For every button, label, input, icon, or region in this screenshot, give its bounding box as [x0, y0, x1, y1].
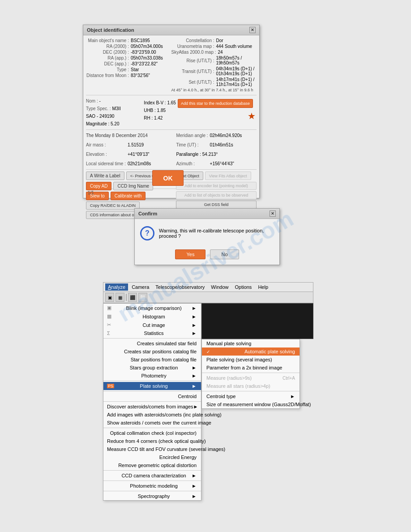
- menu-encircled-energy[interactable]: Encircled Energy: [103, 453, 201, 461]
- menu-item-window[interactable]: Window: [208, 283, 231, 291]
- ccd-img-name-btn[interactable]: CCD Img Name: [113, 182, 153, 190]
- menu-stars-group[interactable]: Stars group extraction ►: [103, 364, 201, 372]
- menu-show-asteroids[interactable]: Show asteroids / comets over the current…: [103, 419, 201, 427]
- histogram-icon: ▦: [107, 313, 114, 319]
- obj-right-col: Constellation : Dor Uranometria map : 44…: [171, 38, 257, 93]
- no-button[interactable]: No: [210, 249, 239, 259]
- menu-simulated-star[interactable]: Creates simulated star field: [103, 339, 201, 348]
- menu-plate-solving[interactable]: PS Plate solving ►: [103, 382, 201, 390]
- sub-manual-plate[interactable]: Manual plate solving: [202, 339, 300, 348]
- sub-measure-all[interactable]: Measure all stars (radius>4p): [202, 382, 300, 390]
- distance-value: 83°32'56": [131, 73, 150, 78]
- calibrate-btn[interactable]: Calibrate with: [111, 192, 146, 200]
- copy-radec-btn[interactable]: Copy RA/DEC to ALADIN: [86, 202, 140, 210]
- add-star-btn[interactable]: Add this star to the reduction database: [178, 99, 253, 108]
- histogram-label: Histogram: [142, 314, 165, 319]
- stars-group-label: Stars group extraction: [130, 365, 178, 370]
- catalog-file-label: Creates star positions catalog file: [124, 349, 197, 354]
- stars-group-arrow: ►: [192, 365, 197, 370]
- menu-optical-collimation[interactable]: Optical collimation check (col inspector…: [103, 429, 201, 437]
- constellation-value: Dor: [216, 38, 223, 43]
- sub-measure-radius9[interactable]: Measure (radius>9s) Ctrl+A: [202, 374, 300, 382]
- menu-photometric-modeling[interactable]: Photometric modeling ►: [103, 482, 201, 490]
- blink-label: Blink (image comparison): [126, 305, 182, 311]
- show-asteroids-label: Show asteroids / comets over the current…: [107, 420, 211, 425]
- menu-star-positions[interactable]: Star positions from catalog file: [103, 356, 201, 364]
- toolbar-blink-icon[interactable]: ▣: [105, 293, 114, 302]
- rh: RH : 1.42: [144, 114, 176, 122]
- image-preview: [201, 303, 313, 339]
- obj-id-dialog: Object identification ✕ Main object's na…: [83, 25, 260, 198]
- menu-reduce-4corners[interactable]: Reduce from 4 corners (check optical qua…: [103, 437, 201, 445]
- menu-histogram[interactable]: ▦ Histogram ►: [103, 312, 201, 321]
- elevation-value: +41°09'13": [128, 150, 174, 158]
- menu-blink[interactable]: ▣ Blink (image comparison) ►: [103, 304, 201, 312]
- view-fitsatlas-btn[interactable]: View Fits Atlas object: [205, 172, 251, 180]
- menu-item-camera[interactable]: Camera: [129, 283, 152, 291]
- confirm-content: ? Warning, this will re-calibrate telesc…: [135, 219, 279, 265]
- toolbar-histogram-icon[interactable]: ▦: [116, 293, 124, 302]
- cutimage-label: Cut image: [142, 322, 165, 328]
- add-encoder-btn[interactable]: Add to encoder list (pointing model): [176, 182, 257, 190]
- menu-measure-ccd[interactable]: Measure CCD tilt and FOV curvature (seve…: [103, 445, 201, 453]
- menu-bar: Analyze Camera Telescope/observatory Win…: [103, 282, 313, 292]
- sub-parameter-2x[interactable]: Parameter from a 2x binned image: [202, 364, 300, 372]
- sub-centroid-type[interactable]: Centroid type ►: [202, 392, 300, 400]
- menu-discover[interactable]: Discover asteroids/comets from images ►: [103, 403, 201, 411]
- parameter-2x-label: Parameter from a 2x binned image: [206, 365, 282, 370]
- sub-plate-several[interactable]: Plate solving (several images): [202, 356, 300, 364]
- menu-item-telescope[interactable]: Telescope/observatory: [153, 283, 207, 291]
- menu-centroid[interactable]: Centroid: [103, 392, 201, 400]
- get-dss-btn[interactable]: Get DSS field: [176, 201, 257, 209]
- dec-app-label: DEC (app.) :: [86, 61, 131, 66]
- analyze-dropdown: ▣ Blink (image comparison) ► ▦ Histogram…: [103, 303, 201, 501]
- rise-label: Rise (UT/LT) :: [171, 58, 216, 63]
- confirm-close-icon[interactable]: ✕: [270, 210, 276, 217]
- local-sidereal-label: Local sidereal time :: [86, 160, 126, 167]
- add-observe-btn[interactable]: Add to list of objects to be observed: [176, 191, 257, 199]
- obj-id-title: Object identification: [87, 27, 134, 33]
- yes-button[interactable]: Yes: [175, 249, 206, 259]
- menu-spectrography[interactable]: Spectrography ►: [103, 492, 201, 500]
- constellation-label: Constellation :: [171, 38, 216, 43]
- toolbar: ▣ ▦ ⬛ ⬜: [103, 292, 313, 303]
- check-icon: ✓: [206, 349, 210, 354]
- menu-photometry[interactable]: Photometry ►: [103, 372, 201, 380]
- type-label: Type :: [86, 67, 131, 72]
- distance-label: Distance from Moon :: [86, 73, 131, 78]
- menu-item-analyze[interactable]: Analyze: [105, 283, 128, 291]
- menu-add-images[interactable]: Add images with asteroids/comets (inc pl…: [103, 411, 201, 419]
- menu-statistics[interactable]: Σ Statistics ►: [103, 329, 201, 337]
- ok-button[interactable]: OK: [152, 170, 184, 186]
- spectrography-arrow: ►: [192, 493, 197, 499]
- parallangle-label: Parallangle : 54.213°: [176, 150, 257, 158]
- photometric-modeling-arrow: ►: [192, 483, 197, 489]
- write-label-btn[interactable]: A Write a Label: [86, 172, 124, 180]
- date-label: The Monday 8 December 2014: [86, 132, 174, 139]
- uranometria-value: 444 South volume: [216, 44, 253, 49]
- plate-solving-arrow: ►: [192, 383, 197, 389]
- measure-radius9-label: Measure (radius>9s): [206, 375, 252, 381]
- menu-ccd-characterization[interactable]: CCD camera characterization ►: [103, 472, 201, 480]
- menu-remove-distortion[interactable]: Remove geometric optical distortion: [103, 461, 201, 469]
- main-object-name-value: BSC1895: [131, 38, 150, 43]
- menu-cutimage[interactable]: ✂ Cut image ►: [103, 321, 201, 329]
- index-section: Index B-V : 1.65 UHB : 1.85 RH : 1.42: [144, 97, 176, 128]
- close-icon[interactable]: ✕: [249, 27, 256, 33]
- main-object-name-label: Main object's name :: [86, 38, 131, 43]
- sub-measurement-window[interactable]: Size of measurement window (Gauss2D/Moff…: [202, 400, 300, 408]
- menu-catalog-file[interactable]: Creates star positions catalog file: [103, 348, 201, 356]
- toolbar-monitor-icon[interactable]: ⬛: [128, 293, 137, 302]
- ccd-characterization-arrow: ►: [192, 473, 197, 478]
- measure-all-label: Measure all stars (radius>4p): [206, 383, 270, 389]
- menu-item-help[interactable]: Help: [255, 283, 271, 291]
- nom-section: Nom : - Type Spec. : M3II SAO - 249190 M…: [86, 97, 142, 128]
- sub-automatic-plate[interactable]: ✓ Automatic plate solving: [202, 348, 300, 356]
- toolbar-extra-icon[interactable]: ⬜: [138, 293, 147, 302]
- menu-item-options[interactable]: Options: [232, 283, 254, 291]
- photometry-label: Photometry: [141, 373, 166, 378]
- nom-label: Nom :: [86, 99, 98, 103]
- meridian-value: 02h46m24.920s: [210, 132, 257, 139]
- star-positions-label: Star positions from catalog file: [131, 357, 197, 362]
- confirm-buttons: Yes No: [140, 249, 274, 259]
